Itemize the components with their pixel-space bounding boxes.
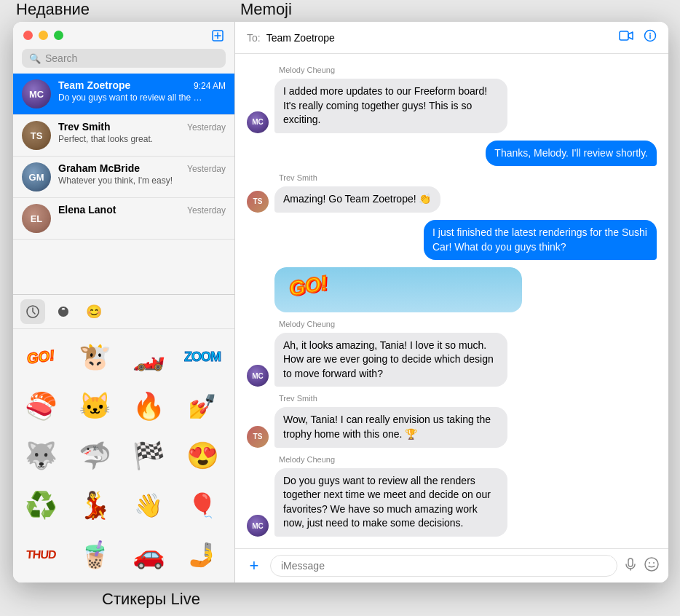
close-button[interactable] xyxy=(23,31,33,40)
avatar-graham-mcbride: GM xyxy=(22,162,51,191)
sticker-balloon[interactable]: 🎈 xyxy=(179,482,226,529)
msg-bubble-1: I added more updates to our Freeform boa… xyxy=(274,79,507,133)
msg-group-4: I just finished the latest renderings fo… xyxy=(247,220,657,260)
sender-name-7: Trev Smith xyxy=(279,394,657,403)
msg-bubble-4: I just finished the latest renderings fo… xyxy=(424,220,657,260)
svg-point-5 xyxy=(645,558,658,571)
sticker-flag[interactable]: 🏁 xyxy=(125,433,172,479)
conversation-item-elena-lanot[interactable]: EL Elena Lanot Yesterday xyxy=(13,198,234,240)
sticker-zoom[interactable]: ZOOM xyxy=(179,333,226,380)
chat-header-actions xyxy=(619,29,657,46)
avatar-mc-6: MC xyxy=(247,365,269,387)
video-call-button[interactable] xyxy=(619,30,633,45)
search-label: Search xyxy=(45,52,77,64)
search-bar[interactable]: 🔍 Search xyxy=(22,49,226,68)
conv-time-trev-smith: Yesterday xyxy=(187,122,226,133)
sticker-recycle[interactable]: ♻️ xyxy=(17,482,64,529)
sticker-dancer[interactable]: 💃 xyxy=(71,482,118,529)
annotation-live-stickers: Стикеры Live xyxy=(102,590,200,609)
sticker-selfie[interactable]: 🤳 xyxy=(179,532,226,578)
sender-name-8: Melody Cheung xyxy=(279,455,657,464)
sticker-racecar[interactable]: 🏎️ xyxy=(125,333,172,380)
msg-group-8: Melody Cheung MC Do you guys want to rev… xyxy=(247,455,657,537)
audio-input-button[interactable] xyxy=(623,557,638,575)
conv-info-trev-smith: Trev Smith Yesterday Perfect, that looks… xyxy=(58,121,226,144)
sender-name-6: Melody Cheung xyxy=(279,320,657,328)
chat-recipient: Team Zoetrope xyxy=(266,32,335,44)
msg-group-6: Melody Cheung MC Ah, it looks amazing, T… xyxy=(247,320,657,387)
conv-info-team-zoetrope: Team Zoetrope 9:24 AM Do you guys want t… xyxy=(58,79,226,103)
info-button[interactable] xyxy=(644,29,657,46)
avatar-elena-lanot: EL xyxy=(22,204,51,233)
sticker-tab-recent[interactable] xyxy=(20,299,45,324)
chat-header: To: Team Zoetrope xyxy=(235,22,668,54)
conv-name-team-zoetrope: Team Zoetrope xyxy=(58,79,130,91)
conv-info-graham-mcbride: Graham McBride Yesterday Whatever you th… xyxy=(58,162,226,186)
sticker-tabs: 😊 xyxy=(13,295,234,329)
conversation-list: MC Team Zoetrope 9:24 AM Do you guys wan… xyxy=(13,74,234,294)
sticker-panel: 😊 GO! 🐮 🏎️ ZOOM 🍣 🐱 🔥 💅 xyxy=(13,294,234,583)
sticker-wolf[interactable]: 🐺 xyxy=(17,433,64,479)
msg-bubble-2: Thanks, Melody. I'll review shortly. xyxy=(486,141,657,167)
avatar-team-zoetrope: MC xyxy=(22,79,51,108)
sticker-cow[interactable]: 🐮 xyxy=(71,333,118,380)
annotation-memoji: Memoji xyxy=(240,0,292,19)
msg-row-2: Thanks, Melody. I'll review shortly. xyxy=(247,141,657,167)
msg-row-6: MC Ah, it looks amazing, Tania! I love i… xyxy=(247,333,657,387)
input-area: + xyxy=(235,548,668,583)
conv-time-elena-lanot: Yesterday xyxy=(187,205,226,216)
sticker-sushi[interactable]: 🍣 xyxy=(17,383,64,430)
sender-name-3: Trev Smith xyxy=(279,173,657,182)
sticker-nails[interactable]: 💅 xyxy=(179,383,226,430)
sushi-car-image: 5 GO! ZOOM! xyxy=(274,267,522,312)
msg-group-7: Trev Smith TS Wow, Tania! I can really e… xyxy=(247,394,657,447)
msg-group-3: Trev Smith TS Amazing! Go Team Zoetrope!… xyxy=(247,173,657,213)
conv-name-graham-mcbride: Graham McBride xyxy=(58,162,140,174)
sticker-boba[interactable]: 🧋 xyxy=(71,532,118,578)
avatar-ts-7: TS xyxy=(247,426,269,448)
sticker-hearteyes[interactable]: 😍 xyxy=(179,433,226,479)
avatar-mc-1: MC xyxy=(247,111,269,133)
sticker-fire[interactable]: 🔥 xyxy=(125,383,172,430)
sticker-car[interactable]: 🚗 xyxy=(125,532,172,578)
sticker-go[interactable]: GO! xyxy=(17,333,64,380)
message-input[interactable] xyxy=(270,555,617,577)
msg-group-1: Melody Cheung MC I added more updates to… xyxy=(247,66,657,133)
conv-info-elena-lanot: Elena Lanot Yesterday xyxy=(58,204,226,217)
add-attachment-button[interactable]: + xyxy=(244,556,264,576)
sticker-thud[interactable]: THUD xyxy=(17,532,64,578)
conversation-item-graham-mcbride[interactable]: GM Graham McBride Yesterday Whatever you… xyxy=(13,157,234,198)
conv-time-graham-mcbride: Yesterday xyxy=(187,164,226,174)
svg-rect-2 xyxy=(620,31,628,40)
msg-row-1: MC I added more updates to our Freeform … xyxy=(247,79,657,133)
to-label: To: xyxy=(247,32,261,44)
conversation-item-team-zoetrope[interactable]: MC Team Zoetrope 9:24 AM Do you guys wan… xyxy=(13,74,234,115)
conv-preview-trev-smith: Perfect, that looks great. xyxy=(58,134,204,144)
sticker-tab-memoji[interactable] xyxy=(51,299,76,324)
sticker-tab-stickers[interactable]: 😊 xyxy=(82,299,106,324)
msg-bubble-6: Ah, it looks amazing, Tania! I love it s… xyxy=(274,333,507,387)
msg-bubble-7: Wow, Tania! I can really envision us tak… xyxy=(274,407,507,447)
emoji-button[interactable] xyxy=(644,556,660,576)
conv-name-trev-smith: Trev Smith xyxy=(58,121,111,133)
fullscreen-button[interactable] xyxy=(54,31,63,40)
sender-name-1: Melody Cheung xyxy=(279,66,657,74)
msg-row-4: I just finished the latest renderings fo… xyxy=(247,220,657,260)
avatar-mc-8: MC xyxy=(247,515,269,537)
sticker-cat[interactable]: 🐱 xyxy=(71,383,118,430)
msg-group-2: Thanks, Melody. I'll review shortly. xyxy=(247,141,657,167)
minimize-button[interactable] xyxy=(39,31,48,40)
sticker-go-overlay: GO! xyxy=(288,272,330,301)
svg-point-6 xyxy=(649,562,650,564)
sticker-shark[interactable]: 🦈 xyxy=(71,433,118,479)
sticker-foam-finger[interactable]: 👋 xyxy=(125,482,172,529)
sidebar: 🔍 Search MC Team Zoetrope 9:24 AM Do you… xyxy=(13,22,235,583)
avatar-trev-smith: TS xyxy=(22,121,51,150)
compose-button[interactable] xyxy=(211,29,224,46)
svg-rect-4 xyxy=(628,558,633,566)
conversation-item-trev-smith[interactable]: TS Trev Smith Yesterday Perfect, that lo… xyxy=(13,115,234,157)
conv-time-team-zoetrope: 9:24 AM xyxy=(194,81,226,91)
msg-bubble-3: Amazing! Go Team Zoetrope! 👏 xyxy=(274,186,440,213)
chat-area: To: Team Zoetrope xyxy=(235,22,668,583)
conv-preview-graham-mcbride: Whatever you think, I'm easy! xyxy=(58,175,204,186)
